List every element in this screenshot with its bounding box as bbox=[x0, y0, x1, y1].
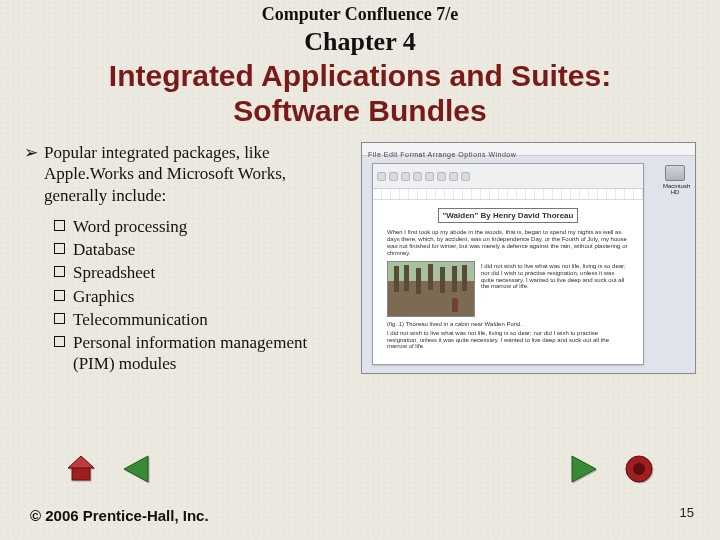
appleworks-screenshot: File Edit Format Arrange Options Window … bbox=[361, 142, 696, 374]
box-bullet-icon bbox=[54, 336, 65, 347]
hard-disk-icon: Macintosh HD bbox=[663, 165, 687, 195]
intro-text: Popular integrated packages, like Apple.… bbox=[44, 142, 349, 206]
doc-toolbar bbox=[373, 164, 643, 189]
nav-bar bbox=[0, 452, 720, 486]
page-number: 15 bbox=[680, 505, 694, 520]
next-button[interactable] bbox=[566, 452, 600, 486]
doc-caption: (fig. 1) Thoreau lived in a cabin near W… bbox=[387, 321, 629, 328]
list-item: Spreadsheet bbox=[54, 262, 349, 283]
slide-header: Computer Confluence 7/e Chapter 4 Integr… bbox=[0, 0, 720, 128]
nav-group-right bbox=[566, 452, 656, 486]
intro-bullet: ➢ Popular integrated packages, like Appl… bbox=[24, 142, 349, 206]
list-item: Database bbox=[54, 239, 349, 260]
section-title-line1: Integrated Applications and Suites: bbox=[109, 59, 611, 92]
feature-list: Word processing Database Spreadsheet Gra… bbox=[54, 216, 349, 375]
arrow-bullet-icon: ➢ bbox=[24, 142, 40, 163]
toolbar-button-icon bbox=[413, 172, 422, 181]
list-item: Word processing bbox=[54, 216, 349, 237]
mac-menubar: File Edit Format Arrange Options Window bbox=[362, 143, 695, 156]
content-row: ➢ Popular integrated packages, like Appl… bbox=[0, 128, 720, 377]
person-figure-icon bbox=[452, 298, 458, 312]
toolbar-button-icon bbox=[461, 172, 470, 181]
list-item: Personal information management (PIM) mo… bbox=[54, 332, 349, 375]
list-item-label: Word processing bbox=[73, 216, 187, 237]
toolbar-button-icon bbox=[449, 172, 458, 181]
section-title-line2: Software Bundles bbox=[233, 94, 486, 127]
doc-body: "Walden" By Henry David Thoreau When I f… bbox=[373, 200, 643, 358]
box-bullet-icon bbox=[54, 220, 65, 231]
doc-inline-image bbox=[387, 261, 475, 317]
list-item-label: Spreadsheet bbox=[73, 262, 155, 283]
mac-menubar-text: File Edit Format Arrange Options Window bbox=[368, 151, 516, 158]
box-bullet-icon bbox=[54, 290, 65, 301]
prev-button[interactable] bbox=[120, 452, 154, 486]
list-item-label: Personal information management (PIM) mo… bbox=[73, 332, 349, 375]
slide: Computer Confluence 7/e Chapter 4 Integr… bbox=[0, 0, 720, 540]
doc-paragraph: I did not wish to live what was not life… bbox=[481, 263, 629, 315]
doc-title: "Walden" By Henry David Thoreau bbox=[438, 208, 579, 223]
nav-group-left bbox=[64, 452, 154, 486]
section-title: Integrated Applications and Suites: Soft… bbox=[0, 59, 720, 128]
list-item-label: Telecommunication bbox=[73, 309, 208, 330]
document-window: "Walden" By Henry David Thoreau When I f… bbox=[372, 163, 644, 365]
copyright: © 2006 Prentice-Hall, Inc. bbox=[30, 507, 209, 524]
box-bullet-icon bbox=[54, 266, 65, 277]
list-item-label: Database bbox=[73, 239, 135, 260]
svg-marker-1 bbox=[68, 456, 94, 468]
doc-ruler bbox=[373, 189, 643, 200]
toolbar-button-icon bbox=[437, 172, 446, 181]
toolbar-button-icon bbox=[425, 172, 434, 181]
home-button[interactable] bbox=[64, 452, 98, 486]
svg-marker-3 bbox=[572, 456, 596, 482]
chapter-label: Chapter 4 bbox=[0, 27, 720, 57]
disk-label: Macintosh HD bbox=[663, 183, 687, 195]
box-bullet-icon bbox=[54, 243, 65, 254]
list-item: Graphics bbox=[54, 286, 349, 307]
image-column: File Edit Format Arrange Options Window … bbox=[361, 142, 696, 377]
doc-paragraph: When I first took up my abode in the woo… bbox=[387, 229, 629, 257]
box-bullet-icon bbox=[54, 313, 65, 324]
toolbar-button-icon bbox=[389, 172, 398, 181]
toolbar-button-icon bbox=[401, 172, 410, 181]
disk-icon bbox=[665, 165, 685, 181]
list-item: Telecommunication bbox=[54, 309, 349, 330]
last-button[interactable] bbox=[622, 452, 656, 486]
svg-point-5 bbox=[633, 463, 645, 475]
toolbar-button-icon bbox=[377, 172, 386, 181]
list-item-label: Graphics bbox=[73, 286, 134, 307]
book-title: Computer Confluence 7/e bbox=[0, 4, 720, 25]
text-column: ➢ Popular integrated packages, like Appl… bbox=[24, 142, 349, 377]
doc-paragraph: I did not wish to live what was not life… bbox=[387, 330, 629, 351]
svg-marker-2 bbox=[124, 456, 148, 482]
